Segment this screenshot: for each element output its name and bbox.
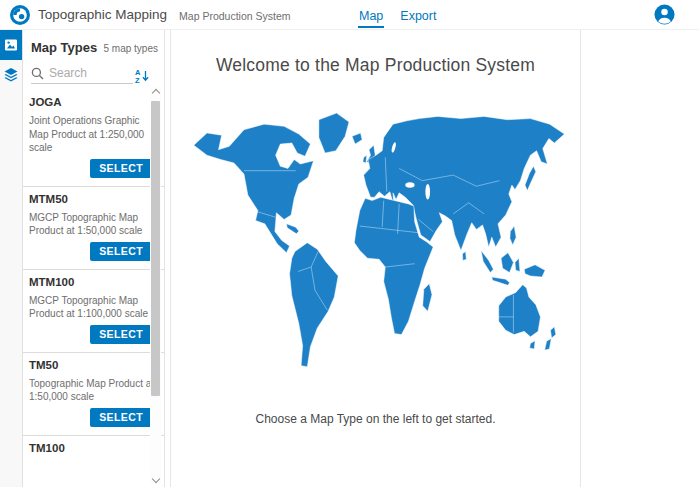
japan: [524, 166, 535, 190]
top-nav: Map Export: [358, 0, 437, 29]
australia: [498, 285, 540, 337]
select-button[interactable]: SELECT: [90, 408, 152, 427]
select-button[interactable]: SELECT: [90, 159, 152, 178]
sort-az-button[interactable]: A Z: [134, 67, 150, 84]
map-type-description: Joint Operations Graphic Map Product at …: [29, 114, 155, 155]
search-input[interactable]: [49, 66, 131, 80]
scroll-down-arrow-icon[interactable]: [151, 475, 159, 483]
right-empty-area: [581, 30, 699, 487]
map-type-name: TM100: [29, 442, 155, 454]
instruction-text: Choose a Map Type on the left to get sta…: [256, 412, 496, 426]
strip-item-map-types[interactable]: [0, 30, 22, 60]
map-type-item: MTM100 MGCP Topographic Map Product at 1…: [23, 270, 164, 353]
app-subtitle: Map Production System: [179, 8, 290, 22]
map-icon: [3, 37, 19, 53]
panel-title: Map Types: [31, 40, 97, 55]
map-type-name: MTM50: [29, 193, 155, 205]
layers-icon: [3, 67, 19, 83]
app-title: Topographic Mapping: [38, 7, 167, 22]
nav-tab-map[interactable]: Map: [358, 2, 384, 28]
app-logo-icon: [10, 5, 30, 25]
sulawesi: [514, 258, 519, 271]
map-type-item: JOGA Joint Operations Graphic Map Produc…: [23, 90, 164, 187]
map-type-item: MTM50 MGCP Topographic Map Product at 1:…: [23, 187, 164, 270]
map-type-name: JOGA: [29, 96, 155, 108]
search-icon: [31, 67, 44, 80]
map-type-count: 5 map types: [104, 43, 158, 54]
java: [491, 277, 509, 285]
new-guinea: [524, 265, 545, 277]
sort-az-icon: A Z: [134, 67, 150, 84]
new-zealand-south: [544, 338, 551, 350]
map-type-item: TM50 Topographic Map Product at 1:50,000…: [23, 353, 164, 436]
new-zealand-north: [550, 327, 555, 338]
map-type-list: JOGA Joint Operations Graphic Map Produc…: [23, 90, 164, 487]
content-row: Map Types 5 map types A Z: [0, 30, 699, 487]
app-header: Topographic Mapping Map Production Syste…: [0, 0, 699, 30]
nav-tab-export[interactable]: Export: [399, 2, 437, 28]
search-box: [31, 66, 133, 84]
iceland: [352, 133, 362, 144]
sumatra: [480, 250, 492, 272]
world-map-image: [183, 102, 569, 390]
app-window: Topographic Mapping Map Production Syste…: [0, 0, 699, 487]
scrollbar-thumb[interactable]: [151, 101, 160, 396]
select-button[interactable]: SELECT: [90, 325, 152, 344]
tasmania: [529, 341, 534, 349]
sidebar-scrollbar[interactable]: [150, 87, 161, 485]
strip-item-layers[interactable]: [0, 60, 22, 90]
map-types-panel: Map Types 5 map types A Z: [23, 30, 165, 487]
map-type-item: TM100: [23, 436, 164, 462]
search-row: A Z: [31, 66, 150, 84]
select-button[interactable]: SELECT: [90, 242, 152, 261]
greenland: [318, 113, 348, 153]
sri-lanka: [462, 252, 466, 261]
welcome-heading: Welcome to the Map Production System: [216, 55, 535, 76]
world-map-container: [183, 102, 569, 390]
map-type-description: Topographic Map Product at 1:50,000 scal…: [29, 377, 155, 404]
tool-strip: [0, 30, 23, 487]
main-content: Welcome to the Map Production System: [170, 30, 581, 487]
user-avatar-button[interactable]: [654, 4, 675, 25]
cuba: [286, 224, 298, 234]
map-type-description: MGCP Topographic Map Product at 1:100,00…: [29, 294, 155, 321]
madagascar: [422, 284, 431, 312]
ireland: [362, 155, 366, 163]
account-circle-icon: [654, 4, 675, 25]
continents: [193, 113, 564, 367]
map-type-description: MGCP Topographic Map Product at 1:50,000…: [29, 211, 155, 238]
borneo: [501, 253, 513, 273]
scroll-up-arrow-icon[interactable]: [151, 89, 159, 97]
panel-header: Map Types 5 map types: [23, 30, 164, 55]
map-type-name: TM50: [29, 359, 155, 371]
map-type-name: MTM100: [29, 276, 155, 288]
svg-text:Z: Z: [135, 76, 140, 84]
philippines: [509, 226, 515, 245]
